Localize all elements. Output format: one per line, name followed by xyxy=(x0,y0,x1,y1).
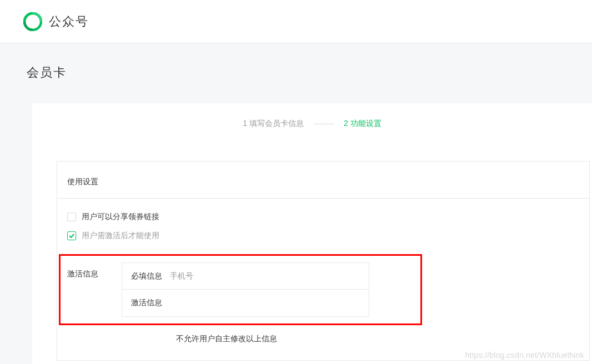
page-title: 会员卡 xyxy=(27,64,592,81)
settings-card: 使用设置 用户可以分享领券链接 用户需激活后才能使用 激活信息 必填信息 手机 xyxy=(57,161,590,361)
main-panel: 1 填写会员卡信息 2 功能设置 使用设置 用户可以分享领券链接 用户需激活后才… xyxy=(32,103,592,364)
activation-label: 激活信息 xyxy=(67,262,122,317)
activation-note: 不允许用户自主修改以上信息 xyxy=(57,325,589,344)
checkbox-label: 用户可以分享领券链接 xyxy=(82,212,159,222)
row-value: 手机号 xyxy=(170,271,193,281)
checkbox-group: 用户可以分享领券链接 用户需激活后才能使用 xyxy=(57,199,589,254)
checkbox-icon[interactable] xyxy=(67,213,76,221)
row-label: 必填信息 xyxy=(131,271,162,281)
table-row[interactable]: 必填信息 手机号 xyxy=(122,263,369,290)
checkbox-label: 用户需激活后才能使用 xyxy=(82,231,159,241)
checkbox-require-activation[interactable]: 用户需激活后才能使用 xyxy=(67,231,589,241)
table-row[interactable]: 激活信息 xyxy=(122,290,369,316)
activation-info-table: 必填信息 手机号 激活信息 xyxy=(122,262,369,317)
activation-highlight-box: 激活信息 必填信息 手机号 激活信息 xyxy=(59,254,422,325)
page-title-wrap: 会员卡 xyxy=(0,43,592,81)
app-header: 公众号 xyxy=(0,0,592,43)
logo-text: 公众号 xyxy=(49,13,89,30)
step-indicator: 1 填写会员卡信息 2 功能设置 xyxy=(32,103,592,139)
watermark: https://blog.csdn.net/WXbluethink xyxy=(465,351,584,360)
checkbox-share-link[interactable]: 用户可以分享领券链接 xyxy=(67,212,589,222)
row-label: 激活信息 xyxy=(131,298,162,308)
section-title: 使用设置 xyxy=(57,177,589,199)
step-divider xyxy=(314,124,334,124)
wechat-logo-icon xyxy=(23,12,42,31)
step-2[interactable]: 2 功能设置 xyxy=(344,119,382,129)
checkbox-icon[interactable] xyxy=(67,231,76,240)
step-1[interactable]: 1 填写会员卡信息 xyxy=(243,119,304,129)
logo: 公众号 xyxy=(23,12,89,31)
